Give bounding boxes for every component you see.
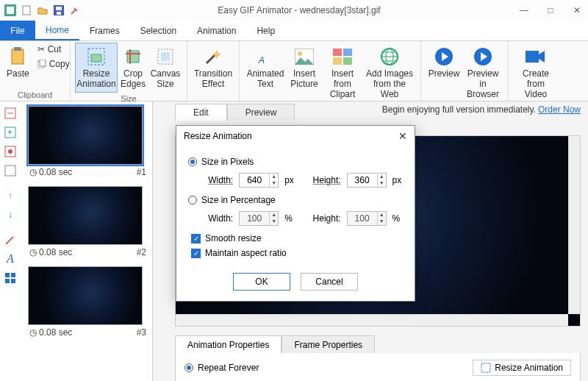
height-px-input[interactable]: ▲▼: [347, 173, 387, 188]
text-tool-icon[interactable]: A: [3, 252, 18, 266]
order-now-link[interactable]: Order Now: [538, 104, 581, 115]
toolstrip: + ↑ ↓ A: [0, 102, 21, 285]
crop-edges-button[interactable]: Crop Edges: [118, 43, 148, 93]
svg-rect-34: [11, 273, 15, 277]
play-browser-icon: [473, 46, 493, 67]
svg-point-31: [8, 149, 12, 154]
copy-button[interactable]: Copy: [35, 57, 73, 71]
height-label: Height:: [313, 175, 341, 185]
width-pct-label: Width:: [207, 213, 233, 224]
grid-tool-icon[interactable]: [3, 271, 18, 285]
play-icon: [434, 46, 454, 67]
create-from-video-button[interactable]: Create from Video: [513, 43, 559, 103]
arrow-up-icon[interactable]: ↑: [3, 188, 18, 203]
resize-animation-button[interactable]: Resize Animation: [75, 43, 118, 93]
dialog-title: Resize Animation: [184, 131, 252, 141]
frame-thumbnail: [28, 106, 143, 165]
svg-rect-4: [56, 7, 62, 10]
close-button[interactable]: ✕: [570, 5, 584, 15]
tab-animation[interactable]: Animation: [187, 21, 246, 40]
tab-frame-properties[interactable]: Frame Properties: [282, 335, 375, 355]
doc-tab-edit[interactable]: Edit: [175, 104, 227, 121]
svg-rect-36: [11, 279, 15, 283]
copy-icon: [37, 60, 46, 68]
tab-help[interactable]: Help: [246, 21, 285, 40]
preview-button[interactable]: Preview: [426, 43, 462, 82]
add-images-web-button[interactable]: Add Images from the Web: [363, 43, 416, 103]
preview-browser-button[interactable]: Preview in Browser: [462, 43, 503, 103]
radio-size-pixels[interactable]: Size in Pixels: [188, 157, 403, 167]
save-icon[interactable]: [53, 4, 65, 16]
dialog-close-button[interactable]: ✕: [398, 130, 407, 142]
wand-icon: [203, 46, 223, 67]
aspect-ratio-checkbox[interactable]: ✓Maintain aspect ratio: [188, 248, 403, 258]
svg-rect-12: [127, 51, 139, 63]
scrollbar-vertical[interactable]: [568, 136, 580, 314]
animated-text-button[interactable]: A Animated Text: [244, 43, 287, 93]
resize-animation-link[interactable]: Resize Animation: [473, 360, 571, 376]
frame-item[interactable]: ◷0.08 sec#3: [28, 266, 148, 338]
svg-text:A: A: [258, 55, 265, 65]
tool-icon[interactable]: [69, 4, 81, 16]
smooth-resize-checkbox[interactable]: ✓Smooth resize: [188, 233, 403, 243]
height-pct-label: Height:: [313, 213, 341, 224]
maximize-button[interactable]: □: [544, 5, 557, 15]
svg-rect-11: [91, 54, 101, 62]
file-menu[interactable]: File: [0, 21, 35, 40]
picture-icon: [294, 46, 315, 67]
frame-item[interactable]: ◷0.08 sec#2: [28, 186, 148, 257]
frames-panel: ◷0.08 sec#1 ◷0.08 sec#2 ◷0.08 sec#3: [24, 102, 153, 381]
ok-button[interactable]: OK: [233, 273, 290, 291]
width-px-input[interactable]: ▲▼: [239, 173, 279, 188]
cancel-button[interactable]: Cancel: [301, 273, 358, 291]
new-icon[interactable]: [21, 4, 32, 16]
tool-1-icon[interactable]: [3, 106, 18, 121]
cut-button[interactable]: ✂Cut: [35, 43, 73, 56]
tool-2-icon[interactable]: +: [3, 125, 18, 140]
tab-selection[interactable]: Selection: [130, 21, 187, 40]
frame-thumbnail: [28, 186, 143, 245]
clipart-icon: [332, 46, 353, 67]
tool-4-icon[interactable]: [3, 163, 18, 178]
scrollbar-horizontal[interactable]: [176, 314, 568, 326]
open-icon[interactable]: [37, 4, 49, 16]
paste-icon: [7, 46, 28, 67]
clock-icon: ◷: [29, 167, 37, 177]
svg-rect-9: [40, 60, 46, 66]
doc-tab-preview[interactable]: Preview: [227, 104, 295, 121]
frame-item[interactable]: ◷0.08 sec#1: [28, 106, 148, 177]
svg-text:+: +: [7, 127, 12, 138]
minimize-button[interactable]: ―: [517, 5, 531, 15]
transition-effect-button[interactable]: Transition Effect: [192, 43, 234, 93]
svg-rect-20: [333, 57, 342, 65]
svg-rect-1: [7, 7, 14, 14]
clock-icon: ◷: [29, 247, 37, 257]
text-icon: A: [255, 46, 276, 67]
insert-picture-button[interactable]: Insert Picture: [287, 43, 322, 93]
svg-rect-6: [12, 49, 24, 64]
tab-frames[interactable]: Frames: [79, 21, 130, 40]
tab-home[interactable]: Home: [35, 21, 79, 40]
repeat-forever-radio[interactable]: Repeat Forever: [184, 363, 259, 373]
tool-3-icon[interactable]: [3, 144, 18, 159]
clock-icon: ◷: [29, 327, 37, 338]
frame-thumbnail: [28, 266, 143, 325]
arrow-down-icon[interactable]: ↓: [3, 207, 18, 222]
crop-icon: [123, 46, 143, 67]
svg-rect-2: [23, 6, 30, 15]
svg-rect-7: [14, 47, 21, 51]
video-icon: [526, 46, 546, 67]
promo-bar: Begin enjoying full version immediately.…: [382, 104, 581, 115]
radio-size-percent[interactable]: Size in Percentage: [188, 195, 403, 205]
svg-rect-5: [57, 12, 61, 15]
paste-button[interactable]: Paste: [4, 43, 32, 82]
svg-rect-32: [5, 165, 15, 176]
canvas-icon: [155, 46, 176, 67]
wand-tool-icon[interactable]: [3, 232, 18, 247]
svg-rect-18: [333, 49, 342, 56]
canvas-size-button[interactable]: Canvas Size: [148, 43, 182, 93]
insert-clipart-button[interactable]: Insert from Clipart: [322, 43, 363, 103]
tab-animation-properties[interactable]: Animation Properties: [175, 335, 282, 355]
cut-icon: ✂: [37, 44, 45, 54]
globe-icon: [379, 46, 400, 67]
